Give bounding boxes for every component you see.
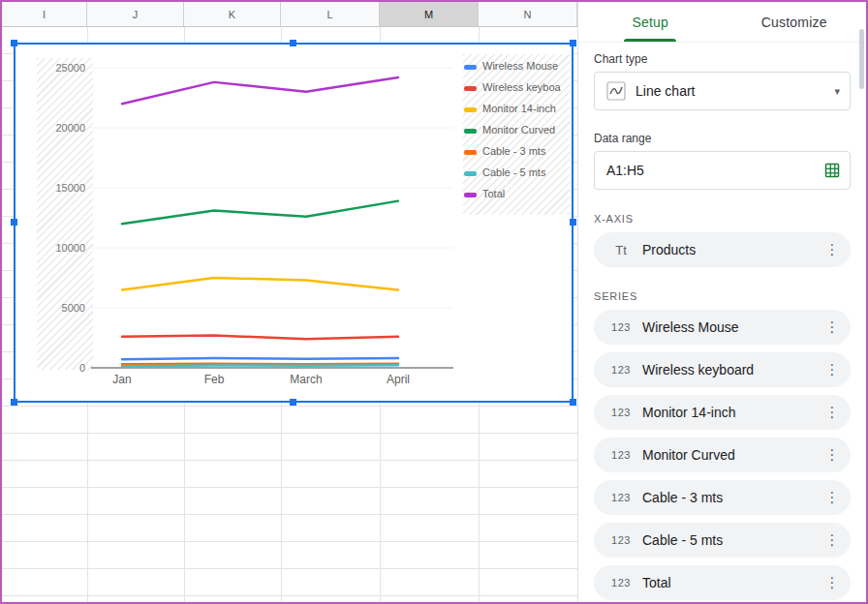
data-range-value: A1:H5 — [606, 163, 644, 178]
resize-handle[interactable] — [11, 399, 17, 406]
kebab-menu-icon[interactable]: ⋮ — [820, 404, 845, 421]
column-header-row: I J K L M N — [2, 2, 577, 27]
screenshot-frame: I J K L M N 0500010000150002000025000Jan… — [0, 0, 868, 604]
svg-text:Wireless keyboa: Wireless keyboa — [482, 81, 562, 93]
column-header-n[interactable]: N — [479, 2, 577, 26]
numeric-icon: 123 — [607, 577, 635, 589]
kebab-menu-icon[interactable]: ⋮ — [820, 318, 845, 336]
resize-handle[interactable] — [290, 399, 296, 406]
kebab-menu-icon[interactable]: ⋮ — [820, 574, 845, 591]
column-header-m[interactable]: M — [380, 2, 479, 26]
x-axis-item-label: Products — [642, 242, 696, 257]
chart-editor-panel: Setup Customize Chart type Line chart ▾ … — [577, 2, 866, 602]
embedded-chart[interactable]: 0500010000150002000025000JanFebMarchApri… — [14, 43, 574, 403]
column-header-k[interactable]: K — [184, 2, 281, 26]
series-item-label: Wireless Mouse — [642, 319, 739, 335]
series-item-cable-5-mts[interactable]: 123 Cable - 5 mts ⋮ — [594, 523, 851, 558]
series-item-label: Monitor Curved — [642, 447, 735, 463]
series-item-label: Monitor 14-inch — [642, 405, 736, 420]
tab-setup[interactable]: Setup — [578, 2, 723, 42]
series-item-monitor-14-inch[interactable]: 123 Monitor 14-inch ⋮ — [594, 395, 851, 430]
series-item-label: Cable - 3 mts — [642, 490, 723, 505]
resize-handle[interactable] — [11, 40, 17, 46]
resize-handle[interactable] — [570, 399, 576, 406]
svg-text:Monitor 14-inch: Monitor 14-inch — [482, 103, 556, 114]
numeric-icon: 123 — [607, 449, 635, 461]
series-section-label: SERIES — [594, 290, 851, 302]
svg-text:20000: 20000 — [55, 122, 85, 134]
data-range-input[interactable]: A1:H5 — [594, 151, 851, 190]
svg-text:5000: 5000 — [62, 302, 85, 314]
x-axis-section-label: X-AXIS — [594, 213, 851, 225]
numeric-icon: 123 — [607, 364, 635, 376]
series-item-total[interactable]: 123 Total ⋮ — [594, 565, 851, 600]
svg-text:April: April — [387, 373, 410, 386]
tab-setup-label: Setup — [632, 15, 668, 30]
series-item-label: Total — [642, 575, 671, 590]
svg-text:15000: 15000 — [55, 182, 85, 194]
resize-handle[interactable] — [290, 40, 296, 46]
series-item-label: Wireless keyboard — [642, 362, 754, 378]
series-item-wireless-keyboard[interactable]: 123 Wireless keyboard ⋮ — [594, 352, 851, 387]
svg-text:March: March — [290, 373, 322, 386]
resize-handle[interactable] — [570, 40, 576, 46]
svg-text:Cable - 5 mts: Cable - 5 mts — [482, 166, 546, 178]
tab-customize[interactable]: Customize — [723, 2, 867, 42]
chart-type-label: Chart type — [594, 52, 851, 66]
kebab-menu-icon[interactable]: ⋮ — [820, 531, 845, 549]
svg-text:25000: 25000 — [55, 62, 85, 74]
series-item-cable-3-mts[interactable]: 123 Cable - 3 mts ⋮ — [594, 480, 851, 515]
tab-customize-label: Customize — [761, 15, 827, 30]
column-header-l[interactable]: L — [281, 2, 380, 26]
chevron-down-icon: ▾ — [834, 85, 840, 98]
numeric-icon: 123 — [607, 407, 635, 418]
line-chart-icon — [606, 81, 626, 101]
select-data-range-icon[interactable] — [824, 163, 840, 178]
kebab-menu-icon[interactable]: ⋮ — [820, 489, 845, 506]
series-item-wireless-mouse[interactable]: 123 Wireless Mouse ⋮ — [594, 310, 851, 345]
column-header-j[interactable]: J — [87, 2, 184, 26]
text-format-icon: Tt — [607, 243, 635, 257]
svg-text:Cable - 3 mts: Cable - 3 mts — [482, 145, 546, 157]
data-range-label: Data range — [594, 132, 851, 145]
svg-text:0: 0 — [79, 362, 85, 374]
chart-editor-tabs: Setup Customize — [578, 2, 866, 43]
column-header-i[interactable]: I — [2, 2, 87, 26]
svg-text:Total: Total — [482, 188, 505, 199]
svg-text:Feb: Feb — [204, 373, 225, 386]
x-axis-item-products[interactable]: Tt Products ⋮ — [594, 232, 851, 267]
active-tab-underline — [624, 39, 676, 42]
numeric-icon: 123 — [607, 534, 635, 546]
series-item-label: Cable - 5 mts — [642, 532, 723, 548]
kebab-menu-icon[interactable]: ⋮ — [820, 446, 845, 464]
svg-text:10000: 10000 — [55, 242, 85, 254]
chart-type-value: Line chart — [636, 83, 695, 99]
spreadsheet-area: I J K L M N 0500010000150002000025000Jan… — [2, 2, 577, 602]
chart-type-select[interactable]: Line chart ▾ — [594, 72, 851, 110]
svg-text:Jan: Jan — [112, 373, 131, 386]
kebab-menu-icon[interactable]: ⋮ — [820, 241, 845, 258]
numeric-icon: 123 — [607, 492, 635, 503]
numeric-icon: 123 — [607, 321, 635, 333]
setup-panel-body: Chart type Line chart ▾ Data range A1:H5 — [578, 43, 866, 600]
resize-handle[interactable] — [570, 219, 576, 226]
resize-handle[interactable] — [11, 219, 17, 226]
line-chart-plot: 0500010000150002000025000JanFebMarchApri… — [16, 45, 572, 401]
svg-text:Monitor Curved: Monitor Curved — [482, 124, 555, 136]
series-item-monitor-curved[interactable]: 123 Monitor Curved ⋮ — [594, 438, 851, 472]
panel-scrollbar[interactable] — [859, 29, 864, 89]
kebab-menu-icon[interactable]: ⋮ — [820, 361, 845, 378]
svg-text:Wireless Mouse: Wireless Mouse — [482, 60, 558, 72]
